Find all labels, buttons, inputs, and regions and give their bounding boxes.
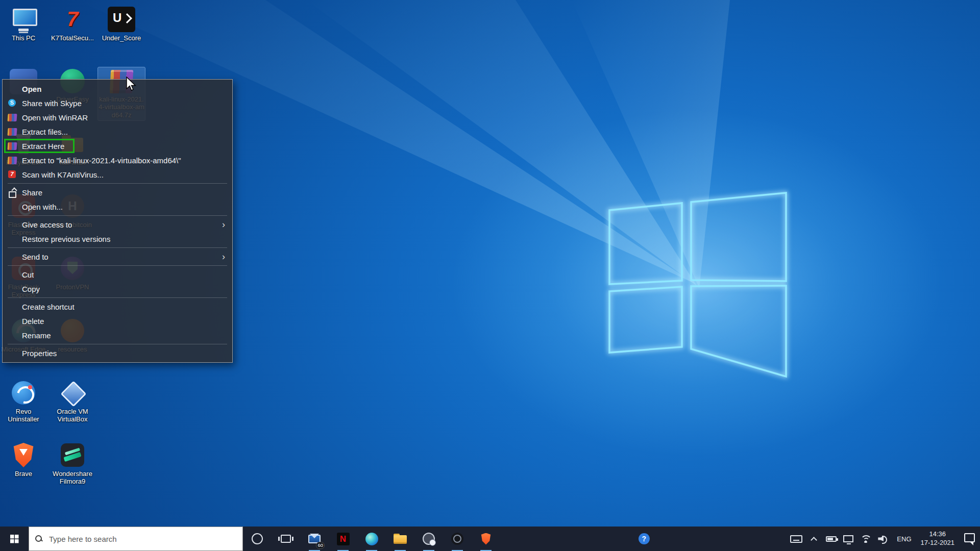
menu-item-copy[interactable]: Copy — [3, 282, 232, 296]
menu-item-restore-previous-versions[interactable]: Restore previous versions — [3, 232, 232, 246]
action-center-icon[interactable] — [959, 527, 980, 551]
desktop-icon-k7totalsecu[interactable]: K7TotalSecu... — [49, 5, 96, 43]
menu-item-share-with-skype[interactable]: Share with Skype — [3, 96, 232, 110]
menu-item-share[interactable]: Share — [3, 185, 232, 199]
desktop-icon-label: Brave — [15, 470, 32, 478]
brave-icon — [13, 443, 34, 467]
menu-separator — [8, 215, 227, 216]
speaker-glyph — [878, 535, 888, 543]
mouse-cursor — [126, 77, 137, 94]
desktop-icon-wondershare-filmora9[interactable]: Wondershare Filmora9 — [49, 441, 96, 487]
keyboard-icon[interactable] — [788, 535, 805, 543]
netflix-icon[interactable] — [329, 527, 357, 551]
menu-item-icon-empty — [8, 331, 17, 339]
winrar-icon — [7, 142, 17, 150]
cortana-glyph — [252, 533, 263, 544]
menu-item-extract-files[interactable]: Extract files... — [3, 124, 232, 139]
edgesm-icon[interactable] — [357, 527, 386, 551]
clock-time: 14:36 — [929, 530, 946, 539]
filmora-icon — [61, 443, 84, 467]
menu-item-label: Cut — [22, 270, 34, 279]
menu-item-give-access-to[interactable]: Give access to — [3, 217, 232, 232]
underscore-icon — [108, 7, 135, 32]
notification-bubble-icon — [964, 533, 975, 542]
menu-item-label: Send to — [22, 253, 48, 261]
search-icon — [35, 535, 43, 543]
menu-separator — [8, 297, 227, 298]
desktop-icon-label: Revo Uninstaller — [1, 408, 46, 423]
menu-item-icon-empty — [8, 85, 17, 93]
menu-item-label: Share with Skype — [22, 99, 82, 108]
menu-item-label: Delete — [22, 317, 44, 325]
desktop-icon-brave[interactable]: Brave — [0, 441, 47, 479]
desktop-icon-revo-uninstaller[interactable]: Revo Uninstaller — [0, 379, 47, 425]
ethernet-icon[interactable] — [840, 535, 857, 542]
menu-item-open-with-winrar[interactable]: Open with WinRAR — [3, 110, 232, 124]
speaker-icon[interactable] — [874, 535, 892, 543]
desktop-icon-oracle-vm-virtualbox[interactable]: Oracle VM VirtualBox — [49, 379, 96, 425]
taskbar: 60 ENG 14:36 17-12-2021 — [0, 527, 980, 551]
taskbar-app-icons: 60 — [243, 527, 500, 551]
menu-item-label: Properties — [22, 349, 57, 358]
clock-date: 17-12-2021 — [921, 539, 955, 547]
menu-separator — [8, 183, 227, 184]
revo-icon — [12, 381, 35, 405]
menu-item-extract-here[interactable]: Extract Here — [3, 139, 232, 153]
taskbar-spacer — [500, 527, 630, 551]
menu-item-label: Give access to — [22, 220, 72, 229]
menu-item-label: Create shortcut — [22, 303, 75, 311]
taskbar-clock[interactable]: 14:36 17-12-2021 — [917, 527, 959, 551]
explorer-icon[interactable] — [386, 527, 414, 551]
menu-item-label: Open — [22, 85, 41, 93]
menu-item-label: Copy — [22, 285, 40, 293]
taskbar-search[interactable] — [29, 527, 243, 551]
share-icon — [8, 188, 17, 196]
language-indicator[interactable]: ENG — [892, 527, 916, 551]
vbox-icon — [59, 380, 86, 406]
menu-item-extract-to-kali-linux-2021-4-vir[interactable]: Extract to "kali-linux-2021.4-virtualbox… — [3, 153, 232, 167]
lensapp-icon[interactable] — [443, 527, 472, 551]
chevron-icon[interactable] — [805, 535, 822, 542]
menu-item-rename[interactable]: Rename — [3, 328, 232, 342]
help-icon[interactable] — [630, 527, 658, 551]
menu-item-icon-empty — [8, 203, 17, 211]
desktop-icon-label: Oracle VM VirtualBox — [50, 408, 95, 423]
mail-icon[interactable]: 60 — [300, 527, 329, 551]
cortana-icon[interactable] — [243, 527, 272, 551]
desktop-icon-under-score[interactable]: Under_Score — [98, 5, 145, 43]
bravesm-icon[interactable] — [472, 527, 500, 551]
menu-item-label: Open with... — [22, 203, 63, 211]
start-button[interactable] — [0, 527, 29, 551]
wifi-icon[interactable] — [857, 535, 874, 543]
wifi-glyph — [861, 535, 871, 543]
menu-item-open[interactable]: Open — [3, 82, 232, 96]
menu-item-open-with[interactable]: Open with... — [3, 199, 232, 214]
taskview-icon[interactable] — [272, 527, 300, 551]
k7-icon — [59, 7, 86, 32]
ethernet-glyph — [843, 535, 853, 542]
bravesm-glyph — [481, 533, 491, 545]
menu-item-create-shortcut[interactable]: Create shortcut — [3, 299, 232, 314]
desktop-icon-this-pc[interactable]: This PC — [0, 5, 47, 43]
menu-item-delete[interactable]: Delete — [3, 314, 232, 328]
submenu-arrow-icon — [222, 217, 225, 232]
clockapp-glyph — [423, 533, 435, 545]
taskview-glyph — [281, 535, 291, 543]
windows-desktop: This PCK7TotalSecu...Under_ScoreDriverEa… — [0, 0, 980, 551]
menu-item-icon-empty — [8, 270, 17, 279]
menu-item-send-to[interactable]: Send to — [3, 249, 232, 264]
menu-item-scan-with-k7antivirus[interactable]: Scan with K7AntiVirus... — [3, 167, 232, 182]
thispc-icon — [10, 7, 37, 32]
menu-item-cut[interactable]: Cut — [3, 267, 232, 282]
menu-item-icon-empty — [8, 285, 17, 293]
menu-item-properties[interactable]: Properties — [3, 346, 232, 360]
menu-item-label: Restore previous versions — [22, 235, 110, 243]
battery-icon[interactable] — [822, 536, 840, 542]
battery-glyph — [826, 536, 837, 542]
search-input[interactable] — [48, 534, 237, 544]
clockapp-icon[interactable] — [414, 527, 443, 551]
desktop-icon-label: Wondershare Filmora9 — [50, 470, 95, 486]
mail-unread-badge: 60 — [316, 542, 325, 549]
desktop-icon-label: K7TotalSecu... — [51, 34, 94, 42]
menu-item-icon-empty — [8, 253, 17, 261]
